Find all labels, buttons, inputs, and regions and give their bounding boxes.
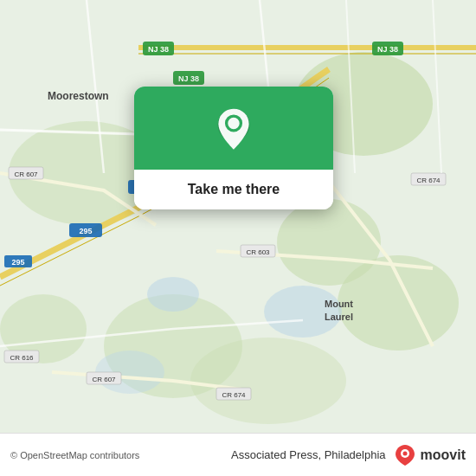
svg-text:Moorestown: Moorestown <box>48 90 109 102</box>
svg-point-9 <box>147 277 199 312</box>
svg-point-7 <box>190 338 346 424</box>
svg-text:CR 607: CR 607 <box>92 376 116 383</box>
svg-text:295: 295 <box>11 258 24 267</box>
moovit-logo-icon <box>393 443 417 467</box>
svg-text:295: 295 <box>79 227 92 235</box>
svg-text:NJ 38: NJ 38 <box>148 45 169 54</box>
map-background: 295 NJ 38 NJ 38 I 295 NJ 38 CR 607 CR 60… <box>0 0 476 433</box>
svg-text:CR 603: CR 603 <box>246 248 270 256</box>
osm-attribution: © OpenStreetMap contributors <box>10 450 224 460</box>
svg-point-43 <box>402 451 407 455</box>
location-label: Associated Press, Philadelphia <box>231 448 386 461</box>
location-pin-icon <box>211 107 256 152</box>
svg-text:Mount: Mount <box>325 299 353 309</box>
svg-text:CR 616: CR 616 <box>10 354 34 362</box>
svg-text:NJ 38: NJ 38 <box>377 45 398 54</box>
take-me-there-button[interactable]: Take me there <box>134 170 333 209</box>
popup-card: Take me there <box>134 87 333 209</box>
moovit-brand-text: moovit <box>421 447 466 463</box>
svg-text:CR 607: CR 607 <box>14 170 38 178</box>
popup-icon-area <box>134 87 333 170</box>
svg-text:Laurel: Laurel <box>325 312 353 322</box>
svg-point-3 <box>338 255 459 351</box>
map-container: 295 NJ 38 NJ 38 I 295 NJ 38 CR 607 CR 60… <box>0 0 476 433</box>
svg-text:NJ 38: NJ 38 <box>178 74 199 83</box>
svg-text:CR 674: CR 674 <box>222 391 246 399</box>
svg-text:CR 674: CR 674 <box>416 177 441 184</box>
bottom-bar: © OpenStreetMap contributors Associated … <box>0 433 476 476</box>
moovit-logo-area: moovit <box>393 443 466 467</box>
